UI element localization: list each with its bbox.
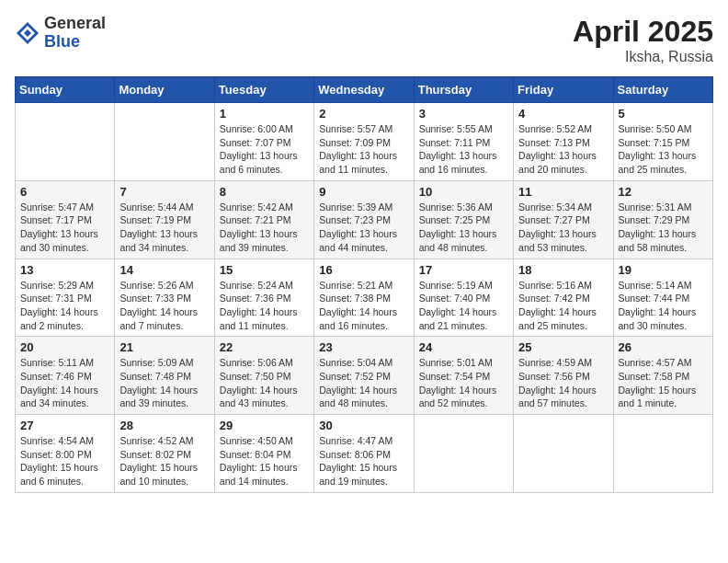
calendar-cell: 15Sunrise: 5:24 AM Sunset: 7:36 PM Dayli… (214, 259, 313, 337)
calendar-cell: 2Sunrise: 5:57 AM Sunset: 7:09 PM Daylig… (314, 103, 414, 181)
calendar-title: April 2025 (573, 15, 713, 49)
day-number: 20 (20, 340, 109, 354)
calendar-cell: 20Sunrise: 5:11 AM Sunset: 7:46 PM Dayli… (16, 337, 115, 415)
day-info: Sunrise: 5:39 AM Sunset: 7:23 PM Dayligh… (319, 201, 408, 255)
day-info: Sunrise: 4:54 AM Sunset: 8:00 PM Dayligh… (20, 434, 109, 488)
calendar-cell: 27Sunrise: 4:54 AM Sunset: 8:00 PM Dayli… (16, 415, 115, 493)
day-info: Sunrise: 4:59 AM Sunset: 7:56 PM Dayligh… (518, 356, 608, 410)
day-number: 9 (319, 185, 408, 199)
calendar-cell: 16Sunrise: 5:21 AM Sunset: 7:38 PM Dayli… (314, 259, 414, 337)
day-info: Sunrise: 4:57 AM Sunset: 7:58 PM Dayligh… (619, 356, 708, 410)
day-info: Sunrise: 5:26 AM Sunset: 7:33 PM Dayligh… (119, 279, 209, 333)
day-info: Sunrise: 5:57 AM Sunset: 7:09 PM Dayligh… (319, 122, 408, 177)
calendar-header-row: SundayMondayTuesdayWednesdayThursdayFrid… (16, 77, 713, 103)
day-number: 3 (419, 107, 508, 121)
calendar-cell: 26Sunrise: 4:57 AM Sunset: 7:58 PM Dayli… (613, 337, 712, 415)
day-info: Sunrise: 6:00 AM Sunset: 7:07 PM Dayligh… (220, 122, 309, 177)
day-number: 17 (419, 263, 508, 277)
day-number: 22 (220, 340, 309, 354)
day-info: Sunrise: 5:14 AM Sunset: 7:44 PM Dayligh… (619, 279, 708, 333)
day-number: 14 (119, 263, 209, 277)
day-info: Sunrise: 4:52 AM Sunset: 8:02 PM Dayligh… (119, 434, 209, 488)
day-info: Sunrise: 5:31 AM Sunset: 7:29 PM Dayligh… (619, 201, 708, 255)
day-number: 25 (518, 340, 608, 354)
day-number: 10 (419, 185, 508, 199)
calendar-subtitle: Iksha, Russia (573, 49, 713, 65)
calendar-cell: 3Sunrise: 5:55 AM Sunset: 7:11 PM Daylig… (414, 103, 513, 181)
calendar-week-4: 20Sunrise: 5:11 AM Sunset: 7:46 PM Dayli… (16, 337, 713, 415)
day-number: 5 (619, 107, 708, 121)
day-number: 26 (619, 340, 708, 354)
calendar-cell: 21Sunrise: 5:09 AM Sunset: 7:48 PM Dayli… (115, 337, 214, 415)
day-number: 8 (220, 185, 309, 199)
day-number: 2 (319, 107, 408, 121)
calendar-cell: 14Sunrise: 5:26 AM Sunset: 7:33 PM Dayli… (115, 259, 214, 337)
calendar-cell: 23Sunrise: 5:04 AM Sunset: 7:52 PM Dayli… (314, 337, 414, 415)
calendar-week-2: 6Sunrise: 5:47 AM Sunset: 7:17 PM Daylig… (16, 180, 713, 259)
column-header-friday: Friday (514, 77, 613, 103)
column-header-tuesday: Tuesday (214, 77, 313, 103)
day-info: Sunrise: 5:42 AM Sunset: 7:21 PM Dayligh… (220, 201, 309, 255)
logo-icon (15, 20, 40, 46)
calendar-week-3: 13Sunrise: 5:29 AM Sunset: 7:31 PM Dayli… (16, 259, 713, 337)
calendar-cell: 19Sunrise: 5:14 AM Sunset: 7:44 PM Dayli… (613, 259, 712, 337)
day-info: Sunrise: 5:47 AM Sunset: 7:17 PM Dayligh… (20, 201, 109, 255)
calendar-week-5: 27Sunrise: 4:54 AM Sunset: 8:00 PM Dayli… (16, 415, 713, 493)
calendar-cell: 9Sunrise: 5:39 AM Sunset: 7:23 PM Daylig… (314, 180, 414, 259)
day-number: 1 (220, 107, 309, 121)
calendar-cell: 30Sunrise: 4:47 AM Sunset: 8:06 PM Dayli… (314, 415, 414, 493)
column-header-wednesday: Wednesday (314, 77, 414, 103)
calendar-title-area: April 2025 Iksha, Russia (573, 15, 713, 65)
calendar-week-1: 1Sunrise: 6:00 AM Sunset: 7:07 PM Daylig… (16, 103, 713, 181)
day-number: 13 (20, 263, 109, 277)
day-info: Sunrise: 5:04 AM Sunset: 7:52 PM Dayligh… (319, 356, 408, 410)
day-number: 4 (518, 107, 608, 121)
calendar-cell: 5Sunrise: 5:50 AM Sunset: 7:15 PM Daylig… (613, 103, 712, 181)
calendar-cell: 4Sunrise: 5:52 AM Sunset: 7:13 PM Daylig… (514, 103, 613, 181)
day-number: 12 (619, 185, 708, 199)
day-number: 11 (518, 185, 608, 199)
day-info: Sunrise: 5:09 AM Sunset: 7:48 PM Dayligh… (119, 356, 209, 410)
column-header-sunday: Sunday (16, 77, 115, 103)
day-info: Sunrise: 5:52 AM Sunset: 7:13 PM Dayligh… (518, 122, 608, 177)
day-number: 7 (119, 185, 209, 199)
column-header-saturday: Saturday (613, 77, 712, 103)
page-header: General Blue April 2025 Iksha, Russia (15, 15, 713, 65)
day-info: Sunrise: 4:47 AM Sunset: 8:06 PM Dayligh… (319, 434, 408, 488)
day-number: 29 (220, 419, 309, 432)
day-number: 28 (119, 419, 209, 432)
day-info: Sunrise: 5:34 AM Sunset: 7:27 PM Dayligh… (518, 201, 608, 255)
calendar-cell: 7Sunrise: 5:44 AM Sunset: 7:19 PM Daylig… (115, 180, 214, 259)
day-number: 16 (319, 263, 408, 277)
day-info: Sunrise: 5:11 AM Sunset: 7:46 PM Dayligh… (20, 356, 109, 410)
day-info: Sunrise: 5:29 AM Sunset: 7:31 PM Dayligh… (20, 279, 109, 333)
day-info: Sunrise: 5:16 AM Sunset: 7:42 PM Dayligh… (518, 279, 608, 333)
day-info: Sunrise: 5:19 AM Sunset: 7:40 PM Dayligh… (419, 279, 508, 333)
calendar-cell: 22Sunrise: 5:06 AM Sunset: 7:50 PM Dayli… (214, 337, 313, 415)
logo: General Blue (15, 15, 106, 52)
calendar-cell (16, 103, 115, 181)
day-info: Sunrise: 5:50 AM Sunset: 7:15 PM Dayligh… (619, 122, 708, 177)
day-number: 15 (220, 263, 309, 277)
column-header-thursday: Thursday (414, 77, 513, 103)
calendar-cell: 6Sunrise: 5:47 AM Sunset: 7:17 PM Daylig… (16, 180, 115, 259)
logo-text: General Blue (44, 15, 106, 52)
day-info: Sunrise: 5:01 AM Sunset: 7:54 PM Dayligh… (419, 356, 508, 410)
calendar-cell: 8Sunrise: 5:42 AM Sunset: 7:21 PM Daylig… (214, 180, 313, 259)
day-number: 6 (20, 185, 109, 199)
calendar-cell (514, 415, 613, 493)
column-header-monday: Monday (115, 77, 214, 103)
calendar-cell: 29Sunrise: 4:50 AM Sunset: 8:04 PM Dayli… (214, 415, 313, 493)
day-number: 24 (419, 340, 508, 354)
logo-blue-text: Blue (44, 32, 80, 51)
day-number: 23 (319, 340, 408, 354)
calendar-cell: 24Sunrise: 5:01 AM Sunset: 7:54 PM Dayli… (414, 337, 513, 415)
calendar-cell: 1Sunrise: 6:00 AM Sunset: 7:07 PM Daylig… (214, 103, 313, 181)
day-info: Sunrise: 5:24 AM Sunset: 7:36 PM Dayligh… (220, 279, 309, 333)
calendar-cell (115, 103, 214, 181)
day-number: 30 (319, 419, 408, 432)
day-number: 21 (119, 340, 209, 354)
calendar-cell: 18Sunrise: 5:16 AM Sunset: 7:42 PM Dayli… (514, 259, 613, 337)
day-info: Sunrise: 5:36 AM Sunset: 7:25 PM Dayligh… (419, 201, 508, 255)
calendar-cell (414, 415, 513, 493)
